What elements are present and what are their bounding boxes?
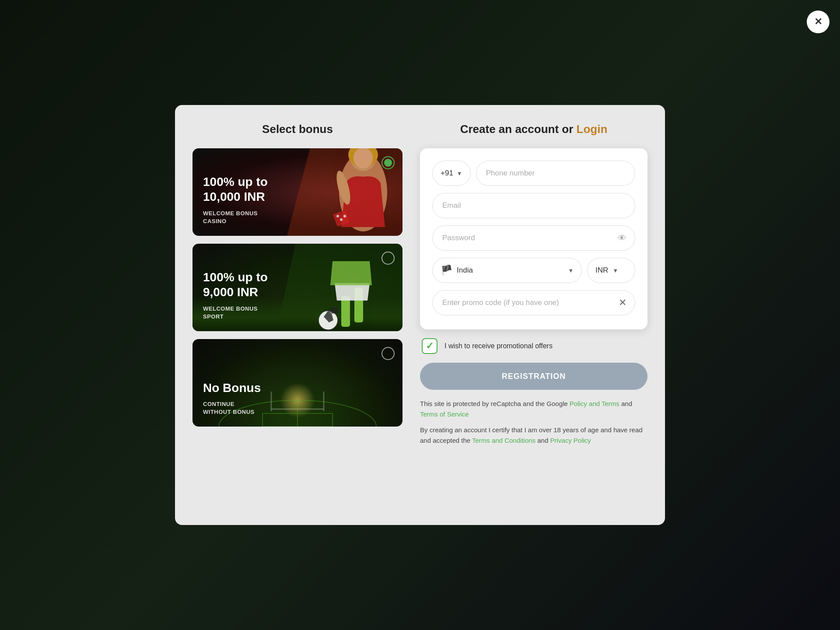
svg-point-6 — [336, 215, 339, 217]
no-bonus-title: No Bonus — [203, 381, 261, 395]
login-link[interactable]: Login — [577, 122, 608, 136]
country-name-label: India — [457, 266, 564, 275]
currency-chevron-icon: ▼ — [612, 267, 618, 274]
svg-rect-9 — [341, 296, 350, 327]
form-card: +91 ▼ 👁 🏴 India ▼ — [420, 148, 648, 329]
sport-bonus-content: 100% up to 9,000 INR WELCOME BONUS SPORT — [203, 270, 268, 321]
country-code-dropdown[interactable]: +91 ▼ — [432, 161, 471, 186]
modal-container: Select bonus — [175, 105, 665, 525]
no-bonus-radio-button[interactable] — [382, 347, 395, 360]
promo-input[interactable] — [432, 290, 635, 315]
no-bonus-card[interactable]: No Bonus CONTINUE WITHOUT BONUS — [192, 339, 402, 427]
promo-checkbox-label: I wish to receive promotional offers — [444, 342, 553, 350]
checkmark-icon: ✓ — [426, 340, 434, 352]
country-currency-row: 🏴 India ▼ INR ▼ — [432, 258, 635, 283]
country-code-value: +91 — [441, 169, 453, 178]
checkbox-row: ✓ I wish to receive promotional offers — [420, 338, 648, 354]
select-bonus-title: Select bonus — [192, 122, 402, 136]
chevron-down-icon: ▼ — [457, 170, 462, 177]
password-wrapper: 👁 — [432, 225, 635, 251]
terms-conditions-link[interactable]: Terms and Conditions — [472, 437, 536, 444]
no-bonus-content: No Bonus CONTINUE WITHOUT BONUS — [203, 381, 261, 416]
casino-bonus-amount: 100% up to 10,000 INR — [203, 175, 268, 204]
clear-icon[interactable]: ✕ — [619, 297, 626, 308]
account-title: Create an account or Login — [420, 122, 648, 136]
sport-bonus-label: WELCOME BONUS SPORT — [203, 305, 268, 321]
svg-point-8 — [343, 215, 346, 217]
registration-button[interactable]: REGISTRATION — [420, 363, 648, 390]
left-panel: Select bonus — [192, 122, 402, 508]
india-flag-icon: 🏴 — [441, 265, 452, 276]
currency-label: INR — [595, 266, 608, 275]
email-input[interactable] — [432, 193, 635, 218]
promo-row: ✕ — [432, 290, 635, 315]
close-icon: ✕ — [814, 16, 822, 28]
phone-input[interactable] — [476, 161, 635, 186]
right-panel: Create an account or Login +91 ▼ 👁 — [420, 122, 648, 508]
svg-point-7 — [340, 218, 343, 221]
legal-text-2: By creating an account I certify that I … — [420, 425, 648, 446]
sport-radio-button[interactable] — [382, 252, 395, 265]
country-chevron-icon: ▼ — [568, 267, 574, 274]
casino-radio-button[interactable] — [382, 156, 395, 169]
phone-row: +91 ▼ — [432, 161, 635, 186]
no-bonus-label: CONTINUE WITHOUT BONUS — [203, 400, 261, 416]
privacy-policy-link[interactable]: Privacy Policy — [550, 437, 591, 444]
promo-checkbox[interactable]: ✓ — [422, 338, 438, 354]
password-input[interactable] — [432, 225, 635, 251]
close-button[interactable]: ✕ — [807, 10, 830, 33]
terms-of-service-link[interactable]: Terms of Service — [420, 410, 469, 418]
sport-bonus-card[interactable]: 100% up to 9,000 INR WELCOME BONUS SPORT — [192, 244, 402, 331]
modal-body: Select bonus — [175, 105, 665, 525]
casino-bonus-label: WELCOME BONUS CASINO — [203, 210, 268, 225]
svg-point-3 — [354, 148, 373, 168]
eye-icon[interactable]: 👁 — [618, 233, 626, 243]
casino-bonus-content: 100% up to 10,000 INR WELCOME BONUS CASI… — [203, 175, 268, 225]
policy-terms-link[interactable]: Policy and Terms — [570, 400, 620, 407]
sport-bonus-amount: 100% up to 9,000 INR — [203, 270, 268, 299]
currency-select[interactable]: INR ▼ — [587, 258, 635, 283]
country-select[interactable]: 🏴 India ▼ — [432, 258, 582, 283]
dice-decoration — [332, 205, 359, 231]
radio-inner — [384, 159, 392, 167]
legal-text-1: This site is protected by reCaptcha and … — [420, 399, 648, 420]
casino-bonus-card[interactable]: 100% up to 10,000 INR WELCOME BONUS CASI… — [192, 148, 402, 236]
